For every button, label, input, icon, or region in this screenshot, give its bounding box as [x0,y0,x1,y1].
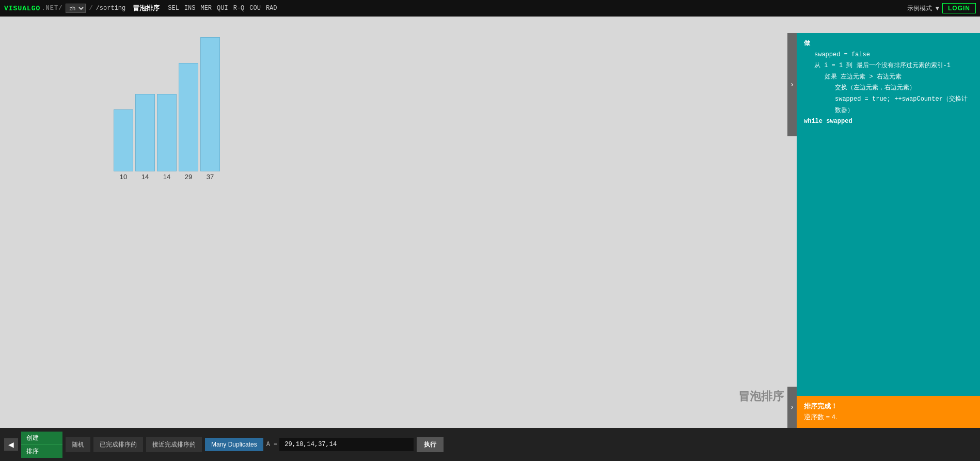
nav-rq[interactable]: R-Q [233,5,245,12]
algorithm-title: 冒泡排序 [738,389,784,404]
sort-label[interactable]: 排序 [21,445,62,458]
bar-label-1: 14 [141,173,149,181]
code-line-do: 做 [804,38,973,50]
logo[interactable]: VISUALGO .NET/ [4,5,62,12]
array-input[interactable] [279,438,414,451]
bar-0 [114,109,133,171]
create-label[interactable]: 创建 [21,432,62,445]
a-label: A = [266,441,278,448]
nav-links: SEL INS MER QUI R-Q COU RAD [168,5,277,12]
collapse-panel-arrow-top[interactable]: › [787,33,797,136]
bar-item-4: 37 [200,37,220,181]
demo-mode-button[interactable]: 示例模式 ▼ [907,4,939,13]
bar-3 [179,63,198,171]
page-title: 冒泡排序 [133,4,160,13]
code-panel-inner: 做 swapped = false 从 i = 1 到 最后一个没有排序过元素的… [797,33,980,428]
nav-cou[interactable]: COU [249,5,261,12]
code-line-swapped: swapped = false [804,50,973,61]
execute-button[interactable]: 执行 [417,437,444,452]
bar-label-4: 37 [207,173,214,181]
logo-suffix: .NET/ [41,5,62,12]
bottom-toolbar: ◀ 创建 排序 随机 已完成排序的 接近完成排序的 Many Duplicate… [0,428,980,461]
status-line1: 排序完成！ [804,401,973,412]
bar-label-0: 10 [120,173,127,181]
path-slash: / [89,5,92,12]
status-panel: 排序完成！ 逆序数 = 4. [797,396,980,428]
code-line-if: 如果 左边元素 > 右边元素 [804,72,973,83]
bar-label-2: 14 [163,173,170,181]
code-panel: 做 swapped = false 从 i = 1 到 最后一个没有排序过元素的… [797,33,980,428]
nav-mer[interactable]: MER [200,5,212,12]
login-button[interactable]: LOGIN [942,3,976,13]
bar-item-3: 29 [179,63,198,181]
bar-4 [200,37,220,171]
bar-item-2: 14 [157,94,177,181]
bar-item-0: 10 [114,109,133,181]
sorted-button[interactable]: 已完成排序的 [93,437,143,452]
code-line-counter: swapped = true; ++swapCounter（交换计数器） [804,94,973,116]
code-line-swap: 交换（左边元素，右边元素） [804,83,973,94]
bars-visualization: 1014142937 [114,37,220,181]
code-line-while: while swapped [804,116,973,128]
input-group: A = [266,438,414,451]
bar-item-1: 14 [135,94,155,181]
language-select[interactable]: zh en [66,4,86,13]
prev-button[interactable]: ◀ [4,438,18,451]
top-navigation: VISUALGO .NET/ zh en / /sorting 冒泡排序 SEL… [0,0,980,17]
logo-text: VISUALGO [4,5,40,12]
main-canvas: 1014142937 冒泡排序 做 swapped = false 从 i = … [0,17,980,461]
collapse-panel-arrow-bottom[interactable]: › [787,387,797,428]
random-button[interactable]: 随机 [66,437,90,452]
nav-ins[interactable]: INS [184,5,196,12]
status-line2: 逆序数 = 4. [804,412,973,423]
path-sorting: /sorting [96,5,126,12]
nav-rad[interactable]: RAD [266,5,277,12]
create-sort-group[interactable]: 创建 排序 [21,432,62,458]
status-panel-inner: 排序完成！ 逆序数 = 4. [797,396,980,428]
nearly-sorted-button[interactable]: 接近完成排序的 [146,437,202,452]
nav-sel[interactable]: SEL [168,5,179,12]
code-line-loop: 从 i = 1 到 最后一个没有排序过元素的索引-1 [804,60,973,72]
nav-qui[interactable]: QUI [217,5,228,12]
bar-2 [157,94,177,171]
bar-1 [135,94,155,171]
many-duplicates-button[interactable]: Many Duplicates [205,438,263,451]
bar-label-3: 29 [185,173,192,181]
